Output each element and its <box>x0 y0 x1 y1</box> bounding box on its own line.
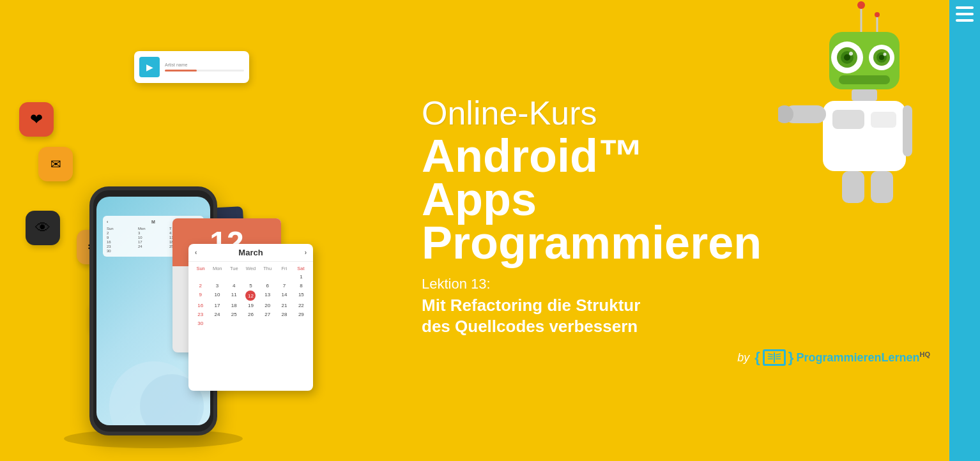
lektion-desc: Mit Refactoring die Struktur des Quellco… <box>422 295 930 336</box>
cal-day-1: 1 <box>293 273 309 281</box>
branding-open-bracket: { <box>754 349 760 366</box>
cal-day-16: 16 <box>192 301 208 310</box>
cal-day-empty-1: · <box>192 273 208 281</box>
cal-day-14: 14 <box>276 291 292 301</box>
cal-day-21: 21 <box>276 301 292 310</box>
music-info: Artist name <box>165 63 244 72</box>
cal-day-22: 22 <box>293 301 309 310</box>
branding-name: ProgrammierenLernenHQ <box>796 351 930 365</box>
cal-day-17: 17 <box>209 301 225 310</box>
cal-day-4: 4 <box>226 282 242 290</box>
svg-rect-31 <box>871 171 893 203</box>
cal-day-2: 2 <box>192 282 208 290</box>
day-header-wed: Wed <box>242 264 259 273</box>
music-progress-bar <box>165 70 244 72</box>
svg-rect-29 <box>903 105 912 156</box>
svg-point-16 <box>844 54 850 61</box>
branding-book-icon <box>763 349 786 366</box>
sidebar-line-3 <box>956 19 974 22</box>
calendar-days-header: Sun Mon Tue Wed Thu Fri Sat <box>192 264 309 273</box>
cal-day-24: 24 <box>209 310 225 319</box>
branding-hq: HQ <box>920 351 931 358</box>
book-svg <box>765 351 783 364</box>
cal-day-29: 29 <box>293 310 309 319</box>
cal-day-27: 27 <box>259 310 275 319</box>
svg-point-17 <box>849 52 853 56</box>
phone-cal-month: M <box>151 220 155 224</box>
cal-day-7: 7 <box>276 282 292 290</box>
svg-line-4 <box>776 354 781 355</box>
lektion-desc-line1: Mit Refactoring die Struktur <box>422 296 640 315</box>
calendar-main: ‹ March › Sun Mon Tue Wed Thu Fri Sat · … <box>188 244 313 391</box>
cal-day-13: 13 <box>259 291 275 301</box>
cal-day-23: 23 <box>192 310 208 319</box>
heart-icon: ❤ <box>19 102 54 137</box>
branding-logo: { } ProgrammierenLernenHQ <box>754 349 930 366</box>
cal-day-5: 5 <box>243 282 259 290</box>
svg-rect-26 <box>871 112 896 128</box>
music-progress-fill <box>165 70 197 72</box>
svg-rect-30 <box>842 171 864 203</box>
music-title: Artist name <box>165 63 244 67</box>
branding-area: by { } ProgrammierenLernenH <box>422 349 930 366</box>
svg-point-8 <box>857 1 865 9</box>
svg-line-1 <box>768 354 773 355</box>
cal-day-25: 25 <box>226 310 242 319</box>
cal-day-empty-5: · <box>259 273 275 281</box>
music-card: ▶ Artist name <box>134 51 249 83</box>
cal-day-20: 20 <box>259 301 275 310</box>
calendar-days-grid: · · · · · · 1 2 3 4 5 6 7 8 9 10 11 <box>192 273 309 328</box>
cal-day-9: 9 <box>192 291 208 301</box>
sidebar-line-1 <box>956 6 974 9</box>
calendar-month: March <box>238 248 263 257</box>
cal-day-15: 15 <box>293 291 309 301</box>
svg-rect-22 <box>839 75 890 84</box>
day-header-mon: Mon <box>209 264 226 273</box>
svg-line-5 <box>776 356 781 357</box>
robot-container <box>778 0 919 255</box>
svg-point-20 <box>879 55 884 60</box>
branding-programmieren: Programmieren <box>796 351 881 364</box>
branding-lernen: Lernen <box>881 351 919 364</box>
svg-point-10 <box>875 12 880 17</box>
robot-svg <box>778 0 912 243</box>
eye-icon: 👁 <box>26 211 60 245</box>
svg-rect-23 <box>852 89 877 101</box>
calendar-next-arrow[interactable]: › <box>305 249 307 256</box>
day-header-tue: Tue <box>226 264 242 273</box>
calendar-prev-arrow[interactable]: ‹ <box>195 249 197 256</box>
branding-by: by <box>737 351 749 365</box>
cal-day-10: 10 <box>209 291 225 301</box>
branding-close-bracket: } <box>788 349 794 366</box>
day-header-fri: Fri <box>276 264 293 273</box>
cal-day-empty-4: · <box>243 273 259 281</box>
svg-point-21 <box>884 53 887 56</box>
sidebar <box>949 0 980 461</box>
cal-day-empty-6: · <box>276 273 292 281</box>
cal-day-12: 12 <box>245 291 256 301</box>
cal-day-6: 6 <box>259 282 275 290</box>
cal-day-empty-2: · <box>209 273 225 281</box>
cal-day-11: 11 <box>226 291 242 301</box>
day-header-sun: Sun <box>192 264 209 273</box>
cal-day-26: 26 <box>243 310 259 319</box>
cal-day-19: 19 <box>243 301 259 310</box>
cal-day-3: 3 <box>209 282 225 290</box>
day-header-thu: Thu <box>259 264 276 273</box>
illustration-area: ❤ ✉ 👁 ⚙ ⚙ 🏅 🎯 ⚙ ▶ Artist name ‹ M › Sun … <box>0 0 409 461</box>
cal-day-30: 30 <box>192 319 208 328</box>
lektion-label: Lektion 13: <box>422 276 930 292</box>
cal-day-8: 8 <box>293 282 309 290</box>
sidebar-line-2 <box>956 13 974 15</box>
lektion-desc-line2: des Quellcodes verbessern <box>422 317 638 336</box>
cal-day-28: 28 <box>276 310 292 319</box>
cal-day-empty-3: · <box>226 273 242 281</box>
mail-icon: ✉ <box>38 147 73 181</box>
calendar-header: ‹ March › <box>188 244 313 262</box>
main-banner: ❤ ✉ 👁 ⚙ ⚙ 🏅 🎯 ⚙ ▶ Artist name ‹ M › Sun … <box>0 0 949 461</box>
calendar-grid: Sun Mon Tue Wed Thu Fri Sat · · · · · · … <box>188 262 313 330</box>
day-header-sat: Sat <box>293 264 309 273</box>
svg-line-2 <box>768 356 773 357</box>
phone-cal-prev: ‹ <box>107 220 108 224</box>
cal-day-18: 18 <box>226 301 242 310</box>
